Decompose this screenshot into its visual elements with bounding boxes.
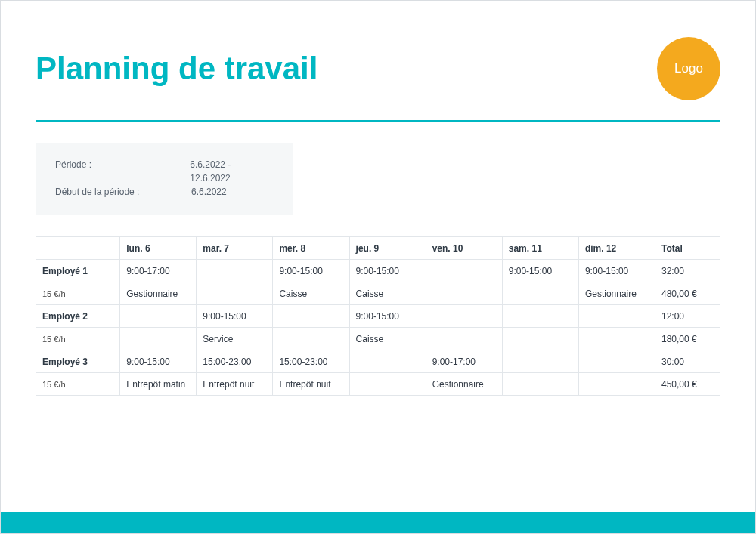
employee-rate: 15 €/h xyxy=(36,328,120,350)
cell xyxy=(578,350,655,373)
employee-rate: 15 €/h xyxy=(36,373,120,396)
cell xyxy=(426,305,502,328)
employee-name: Employé 3 xyxy=(36,350,120,373)
col-header: sam. 11 xyxy=(502,237,578,260)
divider xyxy=(36,120,720,122)
cell: Gestionnaire xyxy=(426,373,502,396)
meta-row-start: Début de la période : 6.6.2022 xyxy=(55,185,273,199)
meta-row-period: Période : 6.6.2022 - 12.6.2022 xyxy=(55,158,273,185)
cell: 9:00-15:00 xyxy=(578,260,655,282)
cell xyxy=(578,373,655,396)
cell-total: 180,00 € xyxy=(655,328,720,350)
cell: Entrepôt matin xyxy=(120,373,197,396)
cell: 15:00-23:00 xyxy=(197,350,273,373)
logo-text: Logo xyxy=(674,61,703,76)
cell-total: 12:00 xyxy=(655,305,720,328)
table-row: Employé 3 9:00-15:00 15:00-23:00 15:00-2… xyxy=(36,350,720,373)
cell xyxy=(349,350,426,373)
cell: Service xyxy=(197,328,273,350)
cell xyxy=(502,373,578,396)
cell xyxy=(426,282,502,305)
cell: Caisse xyxy=(349,282,426,305)
cell xyxy=(349,373,426,396)
cell xyxy=(120,328,197,350)
employee-rate: 15 €/h xyxy=(36,282,120,305)
col-header: mar. 7 xyxy=(197,237,273,260)
cell xyxy=(502,350,578,373)
cell xyxy=(197,282,273,305)
employee-name: Employé 1 xyxy=(36,260,120,282)
col-header: lun. 6 xyxy=(120,237,197,260)
cell: Gestionnaire xyxy=(120,282,197,305)
cell xyxy=(502,282,578,305)
cell: 9:00-15:00 xyxy=(197,305,273,328)
table-row: Employé 1 9:00-17:00 9:00-15:00 9:00-15:… xyxy=(36,260,720,282)
cell: 9:00-15:00 xyxy=(502,260,578,282)
col-header: ven. 10 xyxy=(426,237,502,260)
schedule-table: lun. 6 mar. 7 mer. 8 jeu. 9 ven. 10 sam.… xyxy=(36,236,720,396)
cell-total: 32:00 xyxy=(655,260,720,282)
meta-value-start: 6.6.2022 xyxy=(191,185,227,199)
logo-badge: Logo xyxy=(657,37,720,100)
col-header: Total xyxy=(655,237,720,260)
employee-name: Employé 2 xyxy=(36,305,120,328)
col-header: dim. 12 xyxy=(578,237,655,260)
cell: 15:00-23:00 xyxy=(273,350,349,373)
meta-label-period: Période : xyxy=(55,158,190,185)
meta-value-period: 6.6.2022 - 12.6.2022 xyxy=(190,158,273,185)
cell: 9:00-15:00 xyxy=(349,305,426,328)
col-header: jeu. 9 xyxy=(349,237,426,260)
cell xyxy=(502,328,578,350)
header: Planning de travail Logo xyxy=(1,1,755,100)
table-row: 15 €/h Service Caisse 180,00 € xyxy=(36,328,720,350)
cell: Caisse xyxy=(349,328,426,350)
col-header: mer. 8 xyxy=(273,237,349,260)
schedule-table-wrap: lun. 6 mar. 7 mer. 8 jeu. 9 ven. 10 sam.… xyxy=(36,236,720,396)
footer-bar xyxy=(1,512,755,533)
meta-box: Période : 6.6.2022 - 12.6.2022 Début de … xyxy=(36,143,293,215)
cell xyxy=(578,328,655,350)
cell xyxy=(197,260,273,282)
cell: Entrepôt nuit xyxy=(197,373,273,396)
cell: Gestionnaire xyxy=(578,282,655,305)
table-row: 15 €/h Gestionnaire Caisse Caisse Gestio… xyxy=(36,282,720,305)
cell xyxy=(502,305,578,328)
cell xyxy=(273,305,349,328)
cell xyxy=(120,305,197,328)
cell-total: 30:00 xyxy=(655,350,720,373)
cell: Caisse xyxy=(273,282,349,305)
page: Planning de travail Logo Période : 6.6.2… xyxy=(0,0,756,534)
page-title: Planning de travail xyxy=(36,51,318,87)
cell: 9:00-15:00 xyxy=(349,260,426,282)
table-header-row: lun. 6 mar. 7 mer. 8 jeu. 9 ven. 10 sam.… xyxy=(36,237,720,260)
cell xyxy=(426,260,502,282)
cell xyxy=(426,328,502,350)
cell: 9:00-15:00 xyxy=(273,260,349,282)
table-row: 15 €/h Entrepôt matin Entrepôt nuit Entr… xyxy=(36,373,720,396)
col-header xyxy=(36,237,120,260)
cell: 9:00-17:00 xyxy=(426,350,502,373)
table-body: Employé 1 9:00-17:00 9:00-15:00 9:00-15:… xyxy=(36,260,720,396)
cell: Entrepôt nuit xyxy=(273,373,349,396)
cell xyxy=(273,328,349,350)
cell: 9:00-15:00 xyxy=(120,350,197,373)
table-row: Employé 2 9:00-15:00 9:00-15:00 12:00 xyxy=(36,305,720,328)
cell-total: 480,00 € xyxy=(655,282,720,305)
meta-label-start: Début de la période : xyxy=(55,185,191,199)
cell xyxy=(578,305,655,328)
cell-total: 450,00 € xyxy=(655,373,720,396)
cell: 9:00-17:00 xyxy=(120,260,197,282)
